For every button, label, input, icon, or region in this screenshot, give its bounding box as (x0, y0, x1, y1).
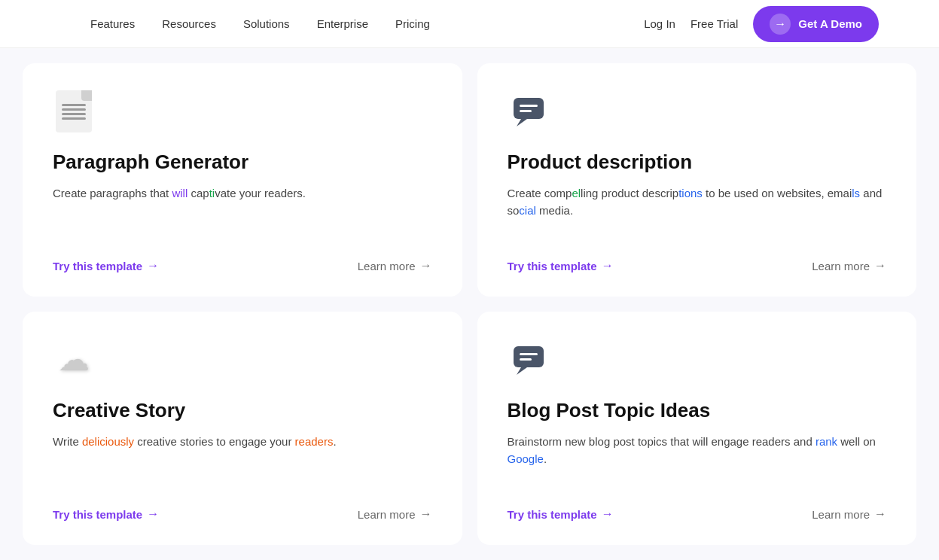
svg-rect-3 (520, 110, 532, 112)
creative-story-try-link[interactable]: Try this template → (53, 507, 159, 521)
blog-post-try-link[interactable]: Try this template → (508, 507, 614, 521)
svg-marker-1 (517, 119, 527, 126)
get-demo-button[interactable]: → Get A Demo (753, 6, 879, 42)
product-description-learn-label: Learn more (812, 260, 870, 272)
try-arrow-icon-4: → (602, 507, 614, 521)
svg-rect-7 (520, 358, 532, 361)
product-description-actions: Try this template → Learn more → (508, 259, 887, 272)
demo-arrow-icon: → (770, 14, 791, 35)
product-description-icon (508, 90, 550, 132)
card-paragraph-generator: Paragraph Generator Create paragraphs th… (23, 63, 462, 297)
paragraph-generator-title: Paragraph Generator (53, 151, 432, 174)
creative-story-try-label: Try this template (53, 508, 142, 521)
blog-post-icon (508, 339, 550, 381)
product-description-try-label: Try this template (508, 260, 597, 272)
learn-arrow-icon-2: → (874, 259, 886, 272)
chat-bubble-icon-2 (511, 342, 547, 378)
product-description-learn-link[interactable]: Learn more → (812, 259, 886, 272)
paragraph-generator-try-link[interactable]: Try this template → (53, 259, 159, 272)
svg-rect-2 (520, 105, 538, 107)
blog-post-desc: Brainstorm new blog post topics that wil… (508, 433, 887, 486)
creative-story-desc: Write deliciously creative stories to en… (53, 433, 432, 486)
try-arrow-icon-3: → (147, 507, 159, 521)
card-product-description: Product description Create compelling pr… (477, 63, 917, 297)
learn-arrow-icon: → (420, 259, 432, 272)
creative-story-icon: ☁ (53, 339, 95, 381)
navbar: Features Resources Solutions Enterprise … (0, 0, 939, 48)
svg-rect-0 (514, 98, 544, 119)
nav-link-enterprise[interactable]: Enterprise (317, 17, 368, 30)
learn-arrow-icon-4: → (874, 507, 886, 521)
blog-post-learn-label: Learn more (812, 508, 870, 521)
blog-post-try-label: Try this template (508, 508, 597, 521)
paragraph-generator-learn-label: Learn more (358, 260, 416, 272)
svg-rect-4 (514, 346, 544, 367)
svg-marker-5 (517, 367, 527, 375)
free-trial-link[interactable]: Free Trial (691, 17, 738, 30)
svg-rect-6 (520, 353, 538, 355)
product-description-try-link[interactable]: Try this template → (508, 259, 614, 272)
try-arrow-icon-2: → (602, 259, 614, 272)
paragraph-generator-desc: Create paragraphs that will captivate yo… (53, 184, 432, 238)
nav-right: Log In Free Trial → Get A Demo (644, 6, 879, 42)
creative-story-learn-link[interactable]: Learn more → (358, 507, 432, 521)
cloud-icon: ☁ (58, 344, 90, 376)
document-icon (56, 90, 92, 132)
product-description-title: Product description (508, 151, 887, 174)
nav-link-features[interactable]: Features (90, 17, 135, 30)
paragraph-generator-actions: Try this template → Learn more → (53, 259, 432, 272)
paragraph-generator-try-label: Try this template (53, 260, 142, 272)
learn-arrow-icon-3: → (420, 507, 432, 521)
nav-link-pricing[interactable]: Pricing (395, 17, 430, 30)
creative-story-actions: Try this template → Learn more → (53, 507, 432, 521)
creative-story-title: Creative Story (53, 399, 432, 422)
creative-story-learn-label: Learn more (358, 508, 416, 521)
nav-links: Features Resources Solutions Enterprise … (90, 17, 430, 31)
nav-link-solutions[interactable]: Solutions (243, 17, 290, 30)
login-link[interactable]: Log In (644, 17, 675, 30)
paragraph-generator-learn-link[interactable]: Learn more → (358, 259, 432, 272)
product-description-desc: Create compelling product descriptions t… (508, 184, 887, 238)
blog-post-actions: Try this template → Learn more → (508, 507, 887, 521)
card-blog-post-topic-ideas: Blog Post Topic Ideas Brainstorm new blo… (477, 312, 917, 545)
cards-grid: Paragraph Generator Create paragraphs th… (0, 63, 939, 560)
blog-post-learn-link[interactable]: Learn more → (812, 507, 886, 521)
blog-post-title: Blog Post Topic Ideas (508, 399, 887, 422)
try-arrow-icon: → (147, 259, 159, 272)
paragraph-generator-icon (53, 90, 95, 132)
demo-button-label: Get A Demo (798, 17, 862, 30)
chat-bubble-icon (511, 93, 547, 129)
card-creative-story: ☁ Creative Story Write deliciously creat… (23, 312, 462, 545)
nav-link-resources[interactable]: Resources (162, 17, 216, 30)
